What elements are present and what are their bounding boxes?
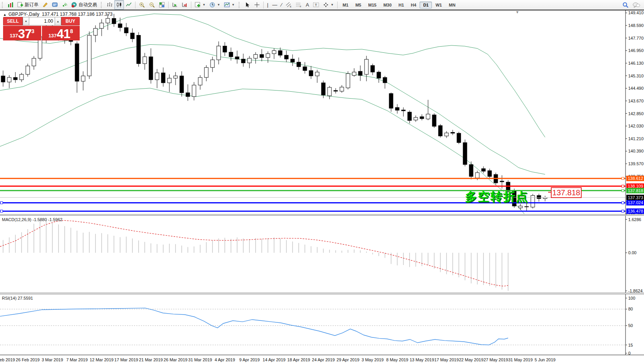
timeframe-button-MN[interactable]: MN <box>445 2 459 8</box>
candle-body <box>174 76 177 78</box>
candle-body <box>414 117 418 120</box>
candle-body <box>272 50 276 54</box>
collapse-triangle-icon[interactable]: ▲ <box>3 13 7 17</box>
date-tick-label: 7 Mar 2019 <box>66 357 88 362</box>
metaeditor-button[interactable] <box>40 0 50 10</box>
timeframe-button-M15[interactable]: M15 <box>365 2 380 8</box>
periods-clock-icon <box>209 2 215 8</box>
text-tool-button[interactable]: A <box>304 0 311 10</box>
chart-shift-button[interactable] <box>180 0 189 10</box>
candle-body <box>20 74 23 80</box>
sell-price-base: 137 <box>10 33 18 39</box>
chat-icon[interactable] <box>632 2 640 8</box>
timeframe-button-D1[interactable]: D1 <box>420 2 432 8</box>
signals-button[interactable] <box>60 0 69 10</box>
sell-price-panel[interactable]: 137 37 3 <box>3 26 41 40</box>
periods-dropdown[interactable]: ▼ <box>207 0 222 10</box>
timeframe-button-H4[interactable]: H4 <box>407 2 420 8</box>
autotrading-button[interactable]: 自动交易 <box>69 0 99 10</box>
candle-body <box>167 78 171 83</box>
buy-price-panel[interactable]: 137 41 8 <box>42 26 80 40</box>
candle-body <box>469 164 473 176</box>
price-tick-label: 144.490 <box>628 86 644 91</box>
rsi-panel-canvas[interactable]: 1008050150 <box>0 294 644 355</box>
vline-tool-button[interactable]: | <box>265 0 270 10</box>
candle-body <box>26 66 30 74</box>
timeframe-button-H1[interactable]: H1 <box>395 2 407 8</box>
crosshair-tool-button[interactable] <box>252 0 262 10</box>
main-chart-canvas[interactable]: 149.410148.590147.770146.950146.130145.3… <box>0 10 644 214</box>
terminal-button[interactable] <box>50 0 60 10</box>
line-handle <box>622 201 624 204</box>
timeframe-button-M5[interactable]: M5 <box>352 2 365 8</box>
auto-scroll-button[interactable] <box>170 0 180 10</box>
arrows-dropdown[interactable]: ▼ <box>321 0 336 10</box>
zoom-in-button[interactable] <box>137 0 147 10</box>
app-icon <box>6 0 15 10</box>
bar-chart-button[interactable] <box>105 0 114 10</box>
candle-body <box>118 24 122 28</box>
symbol-period-label: GBPJPY-,Daily <box>8 12 39 17</box>
hline-tool-button[interactable]: — <box>270 0 279 10</box>
date-tick-label: 26 Mar 2019 <box>164 357 187 362</box>
candle-body <box>254 54 258 58</box>
indicators-icon <box>195 2 201 8</box>
timeframe-button-W1[interactable]: W1 <box>432 2 445 8</box>
volume-down-button[interactable]: ▼ <box>23 17 29 25</box>
tile-windows-button[interactable] <box>157 0 167 10</box>
volume-up-button[interactable]: ▲ <box>55 17 61 25</box>
line-chart-button[interactable] <box>124 0 134 10</box>
candle-body <box>482 169 485 171</box>
buy-price-sup: 8 <box>70 28 73 34</box>
cursor-tool-button[interactable] <box>243 0 252 10</box>
buy-price-base: 137 <box>49 33 57 39</box>
date-axis[interactable]: 21 Feb 201926 Feb 20193 Mar 20197 Mar 20… <box>0 355 644 364</box>
rsi-axis-label: 50 <box>628 323 633 328</box>
turning-point-annotation[interactable]: 多空转折点 <box>465 189 529 205</box>
fibonacci-tool-button[interactable]: F <box>294 0 304 10</box>
autotrading-icon <box>71 2 77 8</box>
channel-tool-button[interactable]: E <box>284 0 294 10</box>
search-icon[interactable] <box>622 2 629 8</box>
toolbar-separator <box>135 2 135 8</box>
candle-chart-button[interactable] <box>114 0 124 10</box>
fibonacci-icon: F <box>296 2 302 8</box>
date-tick-label: 3 May 2019 <box>361 357 383 362</box>
timeframe-bar: M1M5M15M30H1H4D1W1MN <box>339 2 459 8</box>
timeframe-button-M1[interactable]: M1 <box>339 2 352 8</box>
candle-body <box>488 171 492 176</box>
date-tick-label: 21 Feb 2019 <box>0 357 15 362</box>
price-tag-label[interactable]: 137.818 <box>551 187 582 198</box>
candle-body <box>149 57 153 80</box>
candle-body <box>438 126 442 136</box>
date-tick-label: 8 May 2019 <box>386 357 408 362</box>
candle-body <box>383 77 387 83</box>
candle-body <box>229 52 233 57</box>
sell-button[interactable]: SELL <box>3 17 23 25</box>
indicators-dropdown[interactable]: ▼ <box>193 0 207 10</box>
new-order-button[interactable]: 新订单 <box>15 0 40 10</box>
price-tick-label: 148.590 <box>628 23 644 28</box>
trendline-tool-button[interactable]: ∕ <box>279 0 284 10</box>
label-tool-button[interactable]: T <box>311 0 321 10</box>
zoom-out-button[interactable] <box>147 0 157 10</box>
price-tick-label: 149.410 <box>628 10 644 15</box>
price-tick-label: 142.030 <box>628 124 644 128</box>
templates-dropdown[interactable]: ▼ <box>222 0 237 10</box>
rsi-label: RSI(14) 27.5591 <box>2 296 33 300</box>
rsi-axis-label: 100 <box>628 296 635 300</box>
rsi-name: RSI(14) <box>2 296 17 300</box>
buy-button[interactable]: BUY <box>61 17 80 25</box>
toolbar-grip <box>239 2 241 8</box>
svg-text:T: T <box>315 3 317 7</box>
chart-shift-marker-icon[interactable]: ▼ <box>515 10 519 14</box>
timeframe-button-M30[interactable]: M30 <box>380 2 395 8</box>
candle-body <box>432 115 436 126</box>
candle-body <box>106 18 110 23</box>
candle-body <box>192 85 196 97</box>
candle-body <box>309 70 313 76</box>
macd-panel-canvas[interactable]: 1.62860.00-1.8624 <box>0 216 644 293</box>
bollinger-lower-band <box>0 88 524 214</box>
volume-input[interactable] <box>29 17 55 25</box>
zoom-in-icon <box>139 2 145 8</box>
